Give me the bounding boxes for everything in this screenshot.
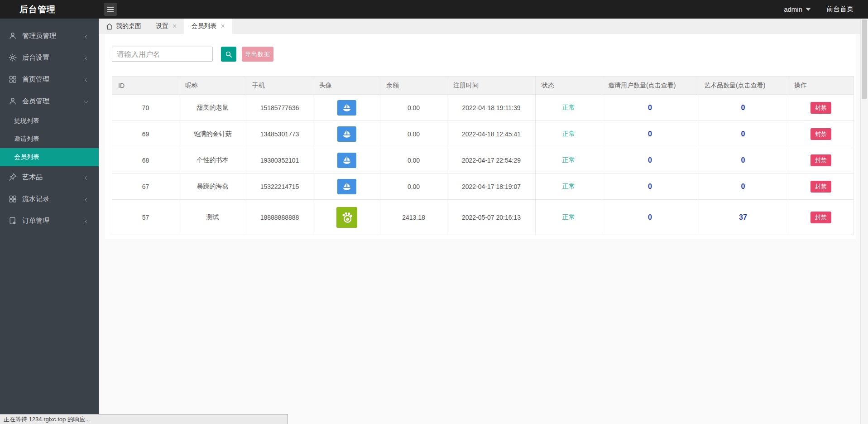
content-panel: 导出数据 ID昵称手机头像余额注册时间状态邀请用户数量(点击查看)艺术品数量(点… bbox=[105, 34, 856, 240]
toolbar: 导出数据 bbox=[112, 47, 854, 62]
invite-count-link[interactable]: 0 bbox=[648, 213, 652, 221]
grid-icon bbox=[8, 194, 17, 203]
cell-avatar bbox=[313, 121, 380, 147]
frontend-home-link[interactable]: 前台首页 bbox=[826, 5, 854, 14]
sidebar-item-homepage-management[interactable]: 首页管理 bbox=[0, 68, 99, 90]
ban-button[interactable]: 封禁 bbox=[810, 212, 831, 223]
sidebar-subitem-member-list[interactable]: 会员列表 bbox=[0, 148, 99, 166]
cell-action: 封禁 bbox=[788, 200, 854, 235]
user-icon bbox=[8, 96, 17, 106]
sidebar: 管理员管理 后台设置 首页管理 会员管理 提现列表 邀请列表 会员列表 bbox=[0, 19, 99, 424]
boat-avatar-icon bbox=[337, 100, 356, 116]
ban-button[interactable]: 封禁 bbox=[810, 128, 831, 140]
chevron-left-icon bbox=[83, 33, 89, 39]
cell-art-count: 37 bbox=[698, 200, 788, 235]
ban-button[interactable]: 封禁 bbox=[810, 181, 831, 193]
cell-balance: 0.00 bbox=[380, 121, 447, 147]
status-badge[interactable]: 正常 bbox=[562, 183, 575, 190]
sidebar-item-backend-settings[interactable]: 后台设置 bbox=[0, 47, 99, 68]
table-row: 68 个性的书本 19380352101 0.00 2022-04-17 22:… bbox=[112, 147, 854, 173]
cell-reg-time: 2022-04-17 18:19:07 bbox=[447, 173, 536, 200]
art-count-link[interactable]: 37 bbox=[739, 213, 747, 221]
cell-avatar bbox=[313, 200, 380, 235]
ban-button[interactable]: 封禁 bbox=[810, 102, 831, 114]
column-header: 邀请用户数量(点击查看) bbox=[602, 77, 698, 95]
cell-reg-time: 2022-05-07 20:16:13 bbox=[447, 200, 536, 235]
cell-avatar bbox=[313, 173, 380, 200]
cell-action: 封禁 bbox=[788, 95, 854, 121]
chevron-left-icon bbox=[83, 218, 89, 223]
sidebar-subitem-label: 提现列表 bbox=[14, 117, 39, 125]
status-badge[interactable]: 正常 bbox=[562, 213, 575, 221]
scrollbar-thumb[interactable] bbox=[862, 19, 867, 99]
invite-count-link[interactable]: 0 bbox=[648, 104, 652, 111]
cell-phone: 18888888888 bbox=[246, 200, 313, 235]
cell-avatar bbox=[313, 95, 380, 121]
cell-invite-count: 0 bbox=[602, 147, 698, 173]
sidebar-subitem-invite-list[interactable]: 邀请列表 bbox=[0, 130, 99, 148]
sidebar-subitem-label: 邀请列表 bbox=[14, 135, 39, 143]
browser-status-bar: 正在等待 1234.rglxc.top 的响应... bbox=[0, 414, 288, 424]
sidebar-item-transaction-records[interactable]: 流水记录 bbox=[0, 188, 99, 210]
cell-balance: 0.00 bbox=[380, 95, 447, 121]
chevron-down-icon bbox=[83, 98, 89, 104]
status-badge[interactable]: 正常 bbox=[562, 130, 575, 137]
vertical-scrollbar[interactable] bbox=[860, 19, 868, 424]
chevron-left-icon bbox=[83, 174, 89, 180]
art-count-link[interactable]: 0 bbox=[741, 156, 745, 164]
close-icon[interactable]: × bbox=[173, 23, 177, 30]
art-count-link[interactable]: 0 bbox=[741, 130, 745, 138]
gear-icon bbox=[8, 53, 17, 62]
cell-balance: 0.00 bbox=[380, 147, 447, 173]
cell-avatar bbox=[313, 147, 380, 173]
table-row: 69 饱满的金针菇 13485301773 0.00 2022-04-18 12… bbox=[112, 121, 854, 147]
column-header: 注册时间 bbox=[447, 77, 536, 95]
invite-count-link[interactable]: 0 bbox=[648, 130, 652, 138]
tab-member-list[interactable]: 会员列表 × bbox=[184, 19, 232, 34]
cell-status: 正常 bbox=[536, 95, 602, 121]
tab-bar: 我的桌面 设置 × 会员列表 × bbox=[99, 19, 868, 34]
column-header: 昵称 bbox=[179, 77, 246, 95]
sidebar-subitem-withdraw-list[interactable]: 提现列表 bbox=[0, 112, 99, 130]
cell-phone: 15185777636 bbox=[246, 95, 313, 121]
sidebar-item-order-management[interactable]: 订单管理 bbox=[0, 210, 99, 231]
chevron-left-icon bbox=[83, 196, 89, 202]
tab-settings[interactable]: 设置 × bbox=[149, 19, 184, 34]
chevron-left-icon bbox=[83, 77, 89, 82]
cell-reg-time: 2022-04-18 19:11:39 bbox=[447, 95, 536, 121]
export-data-button[interactable]: 导出数据 bbox=[242, 47, 273, 62]
boat-avatar-icon bbox=[337, 126, 356, 142]
pin-icon bbox=[8, 173, 17, 182]
status-badge[interactable]: 正常 bbox=[562, 104, 575, 111]
search-input[interactable] bbox=[112, 47, 213, 62]
cell-id: 70 bbox=[112, 95, 179, 121]
hamburger-icon bbox=[107, 6, 114, 13]
cell-nickname: 甜美的老鼠 bbox=[179, 95, 246, 121]
sidebar-item-artworks[interactable]: 艺术品 bbox=[0, 166, 99, 188]
close-icon[interactable]: × bbox=[221, 23, 225, 30]
tab-label: 设置 bbox=[156, 22, 168, 30]
admin-dropdown[interactable]: admin bbox=[784, 5, 811, 13]
invite-count-link[interactable]: 0 bbox=[648, 156, 652, 164]
cell-status: 正常 bbox=[536, 200, 602, 235]
sidebar-toggle-button[interactable] bbox=[104, 3, 117, 16]
sidebar-item-label: 订单管理 bbox=[22, 217, 49, 225]
art-count-link[interactable]: 0 bbox=[741, 104, 745, 111]
art-count-link[interactable]: 0 bbox=[741, 183, 745, 190]
cell-nickname: 测试 bbox=[179, 200, 246, 235]
cell-balance: 0.00 bbox=[380, 173, 447, 200]
cell-art-count: 0 bbox=[698, 95, 788, 121]
table-header-row: ID昵称手机头像余额注册时间状态邀请用户数量(点击查看)艺术品数量(点击查看)操… bbox=[112, 77, 854, 95]
ban-button[interactable]: 封禁 bbox=[810, 154, 831, 166]
sidebar-item-admin-management[interactable]: 管理员管理 bbox=[0, 25, 99, 47]
status-badge[interactable]: 正常 bbox=[562, 156, 575, 164]
invite-count-link[interactable]: 0 bbox=[648, 183, 652, 190]
sidebar-item-label: 艺术品 bbox=[22, 173, 43, 182]
search-button[interactable] bbox=[221, 47, 236, 62]
cell-action: 封禁 bbox=[788, 147, 854, 173]
tab-my-desktop[interactable]: 我的桌面 bbox=[99, 19, 149, 34]
cell-invite-count: 0 bbox=[602, 173, 698, 200]
sidebar-item-member-management[interactable]: 会员管理 bbox=[0, 90, 99, 112]
cell-phone: 15322214715 bbox=[246, 173, 313, 200]
cell-phone: 13485301773 bbox=[246, 121, 313, 147]
